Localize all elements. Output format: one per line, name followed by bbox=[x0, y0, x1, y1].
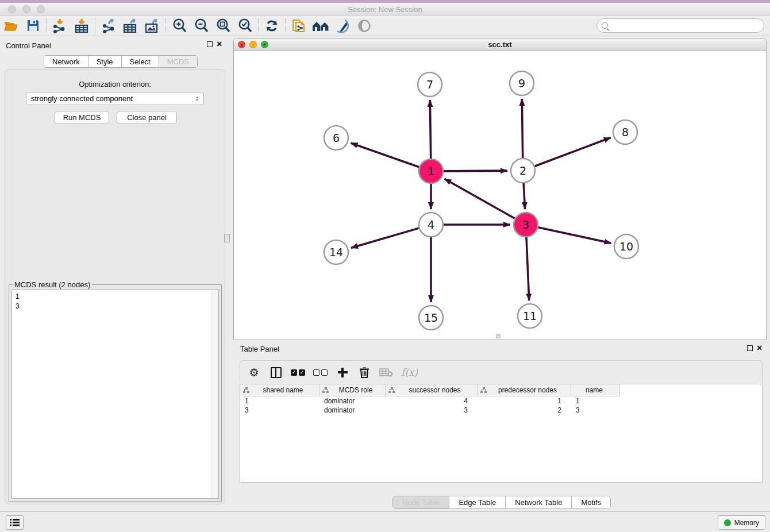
refresh-icon[interactable] bbox=[261, 17, 283, 34]
tab-select[interactable]: Select bbox=[122, 56, 159, 67]
column-header-successor-nodes[interactable]: successor nodes bbox=[386, 384, 478, 396]
optimization-criterion-select[interactable]: strongly connected component ▲▼ bbox=[26, 92, 204, 105]
network-edge-3-10[interactable] bbox=[538, 228, 611, 244]
tab-mcds[interactable]: MCDS bbox=[159, 56, 197, 67]
network-edge-2-8[interactable] bbox=[535, 138, 611, 167]
panel-splitter-grip[interactable] bbox=[224, 234, 230, 242]
float-panel-icon[interactable] bbox=[207, 41, 213, 47]
mcds-result-box[interactable]: 1 3 bbox=[11, 290, 219, 499]
network-canvas[interactable]: 1234678910111415 bbox=[234, 51, 766, 340]
node-table[interactable]: shared nameMCDS rolesuccessor nodesprede… bbox=[240, 384, 763, 483]
network-edge-3-11[interactable] bbox=[526, 237, 529, 300]
table-options-icon[interactable]: ⚙ bbox=[247, 365, 261, 380]
cell-successor-nodes[interactable]: 4 bbox=[386, 396, 478, 406]
table-row-0[interactable]: 1dominator411 bbox=[240, 396, 762, 406]
close-panel-button[interactable]: Close panel bbox=[117, 111, 177, 124]
tab-node-table[interactable]: Node Table bbox=[393, 496, 450, 508]
cell-name[interactable]: 3 bbox=[571, 406, 620, 415]
hierarchy-icon bbox=[388, 387, 395, 393]
canvas-scroll-grip[interactable] bbox=[496, 334, 500, 338]
open-file-icon[interactable] bbox=[0, 17, 22, 34]
cell-predecessor-nodes[interactable]: 1 bbox=[478, 396, 571, 406]
cell-successor-nodes[interactable]: 3 bbox=[386, 406, 478, 415]
network-node-label-8: 8 bbox=[622, 126, 629, 138]
save-session-icon[interactable] bbox=[22, 17, 44, 34]
add-column-icon[interactable] bbox=[336, 365, 349, 380]
cell-name[interactable]: 1 bbox=[571, 396, 620, 406]
network-edge-1-2[interactable] bbox=[444, 171, 507, 171]
toolbar-separator bbox=[46, 18, 47, 33]
import-table-icon[interactable] bbox=[71, 17, 93, 34]
function-builder-icon: f(x) bbox=[401, 365, 418, 380]
search-box[interactable] bbox=[596, 18, 764, 33]
deselect-all-icon[interactable] bbox=[313, 365, 328, 380]
graphics-details-icon[interactable] bbox=[353, 17, 375, 34]
network-graph[interactable]: 1234678910111415 bbox=[234, 51, 766, 340]
table-close-panel-icon[interactable]: × bbox=[757, 345, 762, 351]
tab-motifs[interactable]: Motifs bbox=[572, 496, 610, 508]
delete-column-icon[interactable] bbox=[357, 365, 371, 380]
column-header-label: successor nodes bbox=[395, 386, 477, 394]
task-history-button[interactable] bbox=[6, 515, 24, 530]
cell-predecessor-nodes[interactable]: 2 bbox=[478, 406, 571, 415]
tab-edge-table[interactable]: Edge Table bbox=[449, 496, 506, 508]
cell-shared-name[interactable]: 3 bbox=[240, 406, 319, 415]
search-icon bbox=[602, 22, 608, 29]
mcds-result-text: 1 3 bbox=[12, 290, 210, 498]
network-node-label-4: 4 bbox=[428, 218, 434, 231]
app-titlebar: Session: New Session bbox=[0, 3, 770, 16]
zoom-in-icon[interactable] bbox=[168, 17, 190, 34]
column-header-shared-name[interactable]: shared name bbox=[240, 384, 319, 396]
toolbar-separator bbox=[285, 18, 286, 33]
zoom-selected-icon[interactable] bbox=[234, 17, 256, 34]
tab-network[interactable]: Network bbox=[44, 56, 88, 67]
export-table-icon[interactable] bbox=[120, 17, 141, 34]
zoom-fit-icon[interactable] bbox=[212, 17, 234, 34]
mcds-panel: Optimization criterion: strongly connect… bbox=[5, 69, 225, 504]
network-node-label-7: 7 bbox=[426, 78, 433, 91]
toolbar-separator bbox=[165, 18, 166, 33]
column-header-label: predecessor nodes bbox=[487, 386, 571, 394]
column-header-MCDS-role[interactable]: MCDS role bbox=[319, 384, 386, 396]
memory-status-icon bbox=[724, 519, 731, 526]
table-row-1[interactable]: 3dominator323 bbox=[240, 406, 762, 415]
cell-shared-name[interactable]: 1 bbox=[240, 396, 319, 406]
toolbar-separator bbox=[95, 18, 95, 33]
table-float-panel-icon[interactable] bbox=[747, 345, 753, 351]
network-edge-1-6[interactable] bbox=[351, 143, 419, 167]
column-header-label: name bbox=[571, 386, 619, 394]
cell-MCDS-role[interactable]: dominator bbox=[319, 406, 386, 415]
search-input[interactable] bbox=[611, 22, 764, 30]
column-visibility-icon[interactable] bbox=[269, 365, 283, 380]
run-mcds-button[interactable]: Run MCDS bbox=[55, 111, 109, 124]
column-header-label: MCDS role bbox=[329, 386, 385, 394]
select-stepper-icon: ▲▼ bbox=[195, 96, 199, 102]
tab-network-table[interactable]: Network Table bbox=[506, 496, 572, 508]
export-network-icon[interactable] bbox=[98, 17, 120, 34]
cell-MCDS-role[interactable]: dominator bbox=[319, 396, 386, 406]
column-header-predecessor-nodes[interactable]: predecessor nodes bbox=[478, 384, 571, 396]
network-edge-1-7[interactable] bbox=[430, 100, 430, 159]
hide-annotations-icon[interactable] bbox=[332, 17, 353, 34]
close-panel-icon[interactable]: × bbox=[217, 41, 222, 47]
network-edge-2-3[interactable] bbox=[523, 183, 525, 209]
zoom-out-icon[interactable] bbox=[190, 17, 212, 34]
column-header-name[interactable]: name bbox=[571, 384, 620, 396]
select-all-icon[interactable]: ✓✓ bbox=[291, 365, 305, 380]
network-edge-3-1[interactable] bbox=[445, 179, 515, 218]
delete-table-icon[interactable] bbox=[379, 365, 393, 380]
layout-icon[interactable] bbox=[310, 17, 332, 34]
network-window-titlebar[interactable]: x - + scc.txt bbox=[234, 38, 766, 51]
clone-network-icon[interactable] bbox=[288, 17, 310, 34]
hierarchy-icon bbox=[480, 387, 487, 393]
network-window: x - + scc.txt 1234678910111415 bbox=[233, 38, 767, 340]
tab-style[interactable]: Style bbox=[88, 56, 122, 67]
export-image-icon[interactable] bbox=[141, 17, 163, 34]
network-edge-4-14[interactable] bbox=[351, 228, 419, 248]
network-node-label-3: 3 bbox=[522, 218, 529, 231]
optimization-criterion-value: strongly connected component bbox=[31, 94, 133, 103]
memory-button[interactable]: Memory bbox=[718, 515, 765, 530]
result-scrollbar[interactable] bbox=[211, 290, 218, 498]
import-network-icon[interactable] bbox=[49, 17, 71, 34]
network-edge-2-9[interactable] bbox=[522, 99, 522, 158]
